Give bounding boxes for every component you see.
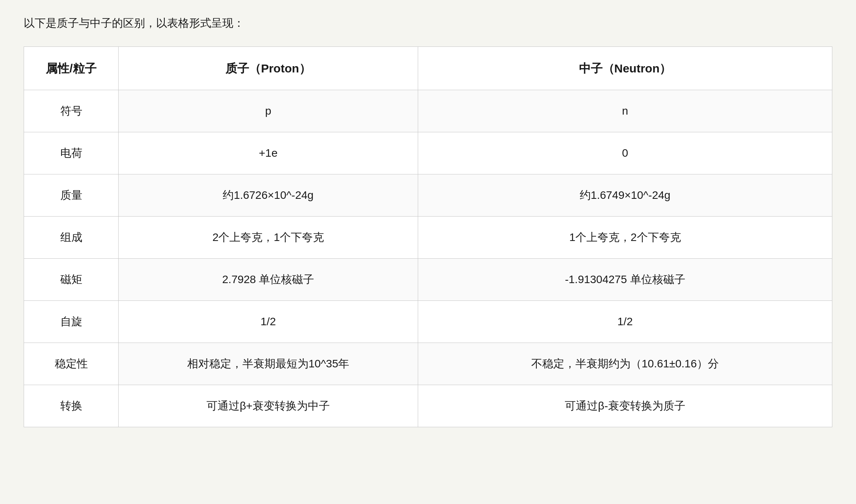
cell-property: 组成 [24, 217, 119, 259]
cell-property: 质量 [24, 174, 119, 217]
cell-property: 稳定性 [24, 343, 119, 385]
table-row: 质量约1.6726×10^-24g约1.6749×10^-24g [24, 174, 832, 217]
comparison-table: 属性/粒子 质子（Proton） 中子（Neutron） 符号pn电荷+1e0质… [24, 46, 832, 427]
cell-property: 磁矩 [24, 259, 119, 301]
table-row: 转换可通过β+衰变转换为中子可通过β-衰变转换为质子 [24, 385, 832, 427]
header-proton: 质子（Proton） [119, 47, 418, 90]
cell-neutron: 0 [418, 132, 832, 174]
header-property: 属性/粒子 [24, 47, 119, 90]
cell-neutron: 不稳定，半衰期约为（10.61±0.16）分 [418, 343, 832, 385]
header-neutron: 中子（Neutron） [418, 47, 832, 90]
cell-proton: 1/2 [119, 301, 418, 343]
cell-neutron: n [418, 90, 832, 132]
cell-property: 自旋 [24, 301, 119, 343]
table-header-row: 属性/粒子 质子（Proton） 中子（Neutron） [24, 47, 832, 90]
cell-property: 符号 [24, 90, 119, 132]
cell-proton: 可通过β+衰变转换为中子 [119, 385, 418, 427]
cell-neutron: -1.91304275 单位核磁子 [418, 259, 832, 301]
table-row: 自旋1/21/2 [24, 301, 832, 343]
cell-neutron: 1/2 [418, 301, 832, 343]
intro-text: 以下是质子与中子的区别，以表格形式呈现： [24, 16, 832, 31]
table-row: 电荷+1e0 [24, 132, 832, 174]
cell-proton: 约1.6726×10^-24g [119, 174, 418, 217]
cell-proton: p [119, 90, 418, 132]
cell-proton: +1e [119, 132, 418, 174]
cell-neutron: 约1.6749×10^-24g [418, 174, 832, 217]
table-row: 组成2个上夸克，1个下夸克1个上夸克，2个下夸克 [24, 217, 832, 259]
table-row: 磁矩2.7928 单位核磁子-1.91304275 单位核磁子 [24, 259, 832, 301]
table-row: 稳定性相对稳定，半衰期最短为10^35年不稳定，半衰期约为（10.61±0.16… [24, 343, 832, 385]
table-row: 符号pn [24, 90, 832, 132]
cell-neutron: 1个上夸克，2个下夸克 [418, 217, 832, 259]
cell-proton: 相对稳定，半衰期最短为10^35年 [119, 343, 418, 385]
cell-proton: 2.7928 单位核磁子 [119, 259, 418, 301]
cell-proton: 2个上夸克，1个下夸克 [119, 217, 418, 259]
cell-property: 转换 [24, 385, 119, 427]
cell-neutron: 可通过β-衰变转换为质子 [418, 385, 832, 427]
cell-property: 电荷 [24, 132, 119, 174]
